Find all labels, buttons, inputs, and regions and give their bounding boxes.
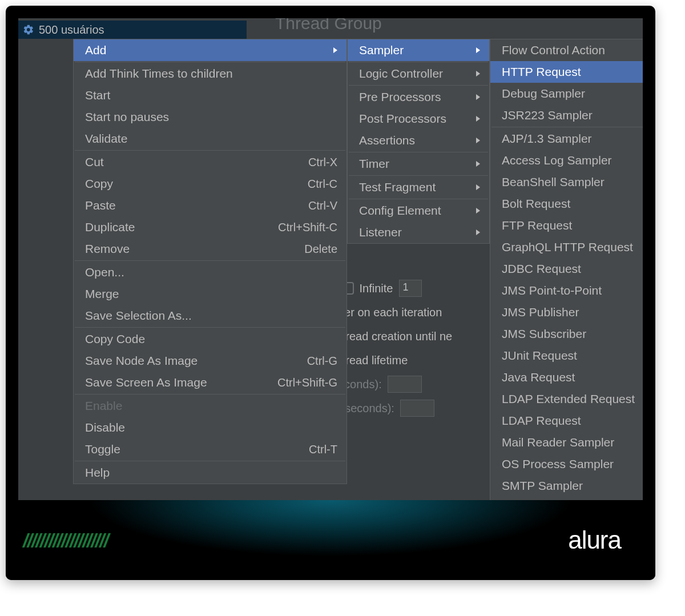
chevron-right-icon (476, 47, 480, 53)
add-submenu-item-test-fragment[interactable]: Test Fragment (348, 176, 489, 198)
menu-item-label: FTP Request (502, 219, 572, 232)
menu-item-shortcut: Ctrl+Shift-G (277, 376, 337, 389)
sampler-menu-item-access-log-sampler[interactable]: Access Log Sampler (490, 150, 643, 171)
chevron-right-icon (476, 161, 480, 167)
same-user-label: user on each iteration (332, 306, 442, 319)
add-submenu-separator (349, 152, 488, 152)
duration-input[interactable] (388, 376, 422, 393)
chevron-right-icon (476, 208, 480, 214)
context-menu-item-paste[interactable]: PasteCtrl-V (74, 195, 346, 216)
sampler-menu-item-smtp-sampler[interactable]: SMTP Sampler (490, 475, 643, 497)
add-submenu-item-logic-controller[interactable]: Logic Controller (348, 63, 489, 84)
sampler-menu-item-graphql-http-request[interactable]: GraphQL HTTP Request (490, 236, 643, 258)
context-menu-item-save-selection-as[interactable]: Save Selection As... (74, 305, 346, 327)
sampler-menu-separator (491, 127, 643, 127)
menu-item-label: JUnit Request (502, 349, 577, 363)
menu-item-shortcut: Ctrl-T (309, 443, 337, 456)
context-menu-item-copy-code[interactable]: Copy Code (74, 328, 346, 350)
menu-item-label: Start (85, 88, 110, 102)
sampler-menu-item-ldap-request[interactable]: LDAP Request (490, 410, 643, 432)
sampler-menu-item-jms-subscriber[interactable]: JMS Subscriber (490, 323, 643, 345)
context-menu-item-start[interactable]: Start (74, 84, 346, 106)
add-submenu-item-timer[interactable]: Timer (348, 153, 489, 175)
sampler-menu-item-junit-request[interactable]: JUnit Request (490, 345, 643, 367)
context-menu-item-copy[interactable]: CopyCtrl-C (74, 173, 346, 195)
menu-item-label: Toggle (85, 442, 120, 456)
menu-item-label: Config Element (359, 204, 441, 218)
sampler-menu-item-ftp-request[interactable]: FTP Request (490, 215, 643, 236)
footer-stripes: //////////////////// (23, 529, 108, 551)
add-submenu-item-assertions[interactable]: Assertions (348, 130, 489, 151)
context-menu-item-remove[interactable]: RemoveDelete (74, 238, 346, 260)
add-submenu-item-config-element[interactable]: Config Element (348, 200, 489, 222)
context-menu-item-save-screen-as-image[interactable]: Save Screen As ImageCtrl+Shift-G (74, 372, 346, 393)
menu-item-label: Add (85, 43, 106, 57)
sampler-menu-item-jms-publisher[interactable]: JMS Publisher (490, 301, 643, 323)
sampler-menu-item-flow-control-action[interactable]: Flow Control Action (490, 39, 643, 61)
context-menu-separator (75, 394, 345, 394)
context-menu-item-save-node-as-image[interactable]: Save Node As ImageCtrl-G (74, 350, 346, 372)
sampler-menu-item-http-request[interactable]: HTTP Request (490, 61, 643, 83)
sampler-menu-item-java-request[interactable]: Java Request (490, 367, 643, 388)
menu-item-label: Mail Reader Sampler (502, 436, 614, 449)
tree-node-selected[interactable]: 500 usuários (18, 21, 247, 39)
chevron-right-icon (476, 230, 480, 235)
sampler-menu-item-mail-reader-sampler[interactable]: Mail Reader Sampler (490, 432, 643, 453)
menu-item-label: HTTP Request (502, 65, 581, 79)
context-menu-item-add[interactable]: Add (74, 39, 346, 61)
add-submenu-separator (349, 62, 488, 62)
context-menu-separator (75, 461, 345, 461)
menu-item-label: Start no pauses (85, 110, 169, 124)
context-menu-item-disable[interactable]: Disable (74, 417, 346, 438)
gear-icon (23, 24, 34, 35)
add-submenu-item-listener[interactable]: Listener (348, 222, 489, 243)
context-menu-item-validate[interactable]: Validate (74, 128, 346, 150)
sampler-menu-item-debug-sampler[interactable]: Debug Sampler (490, 83, 643, 104)
menu-item-label: Post Processors (359, 112, 446, 126)
sampler-menu-item-jsr223-sampler[interactable]: JSR223 Sampler (490, 104, 643, 126)
infinite-label: Infinite (360, 282, 393, 295)
add-submenu-item-pre-processors[interactable]: Pre Processors (348, 86, 489, 108)
menu-item-label: JMS Point-to-Point (502, 284, 602, 297)
menu-item-shortcut: Ctrl-G (307, 355, 337, 368)
menu-item-label: Test Fragment (359, 180, 436, 194)
context-menu-item-duplicate[interactable]: DuplicateCtrl+Shift-C (74, 216, 346, 238)
menu-item-label: Help (85, 466, 110, 480)
menu-item-label: JMS Subscriber (502, 327, 586, 341)
sampler-menu-item-beanshell-sampler[interactable]: BeanShell Sampler (490, 171, 643, 193)
context-menu-item-help[interactable]: Help (74, 462, 346, 484)
context-menu-item-merge[interactable]: Merge (74, 283, 346, 305)
add-submenu: SamplerLogic ControllerPre ProcessorsPos… (347, 39, 490, 244)
context-menu-separator (75, 327, 345, 328)
sampler-menu-item-ajp-1-3-sampler[interactable]: AJP/1.3 Sampler (490, 128, 643, 150)
context-menu-item-cut[interactable]: CutCtrl-X (74, 151, 346, 173)
app-frame: Thread Group 500 usuários : Infinite 1 u… (6, 6, 655, 580)
chevron-right-icon (476, 71, 480, 77)
sampler-menu-item-jdbc-request[interactable]: JDBC Request (490, 258, 643, 280)
context-menu-item-start-no-pauses[interactable]: Start no pauses (74, 106, 346, 128)
add-submenu-item-sampler[interactable]: Sampler (348, 39, 489, 61)
menu-item-label: Open... (85, 265, 124, 279)
context-menu-item-open[interactable]: Open... (74, 261, 346, 283)
menu-item-label: Logic Controller (359, 67, 443, 80)
add-submenu-item-post-processors[interactable]: Post Processors (348, 108, 489, 130)
loop-count-input[interactable]: 1 (399, 280, 422, 297)
sampler-menu-item-os-process-sampler[interactable]: OS Process Sampler (490, 453, 643, 475)
context-menu-separator (75, 260, 345, 261)
menu-item-shortcut: Delete (304, 243, 337, 256)
context-menu-item-toggle[interactable]: ToggleCtrl-T (74, 438, 346, 460)
sampler-menu-item-ldap-extended-request[interactable]: LDAP Extended Request (490, 388, 643, 410)
menu-item-label: Cut (85, 155, 104, 169)
startup-delay-input[interactable] (400, 400, 434, 417)
context-menu-separator (75, 150, 345, 151)
context-menu-item-add-think-times-to-children[interactable]: Add Think Times to children (74, 63, 346, 84)
menu-item-label: Sampler (359, 43, 404, 57)
menu-item-label: Add Think Times to children (85, 67, 233, 80)
sampler-menu-item-jms-point-to-point[interactable]: JMS Point-to-Point (490, 280, 643, 301)
add-submenu-separator (349, 175, 488, 176)
context-menu-separator (75, 62, 345, 62)
menu-item-label: Debug Sampler (502, 87, 585, 100)
menu-item-label: Remove (85, 242, 130, 256)
sampler-menu-item-bolt-request[interactable]: Bolt Request (490, 193, 643, 215)
sampler-submenu: Flow Control ActionHTTP RequestDebug Sam… (490, 39, 643, 500)
